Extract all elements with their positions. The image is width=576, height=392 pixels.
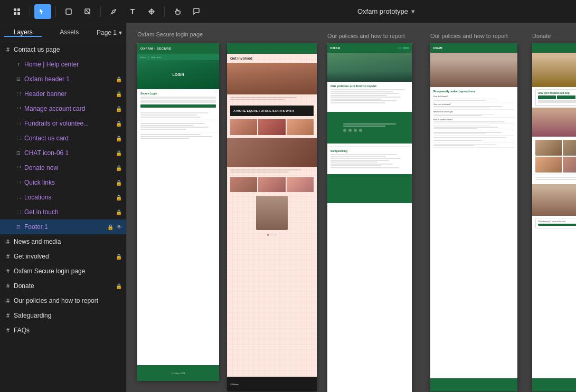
gi-image-1 [227,63,317,94]
layer-safeguarding[interactable]: # Safeguarding [0,308,126,323]
secure-hero: LOGIN [137,60,219,89]
layer-chat-icon[interactable]: ⊡ CHAT icon-06 1 🔒 [0,146,126,160]
page-selector[interactable]: Page 1 ▾ [97,29,122,36]
lock-icon-get-in-touch: 🔒 [116,209,122,215]
don-progress [538,224,576,226]
faq-item-3: Where does money go? [433,110,514,118]
dot-icon-donate-now: ⋮⋮ [15,164,22,171]
dot-icon-manage: ⋮⋮ [15,105,22,112]
component-tool-button[interactable] [143,4,160,19]
layer-news-and-media[interactable]: # News and media [0,234,126,249]
layer-label-home-help: Home | Help center [24,61,122,68]
frame-label-faqs: Our policies and how to report [430,33,508,39]
layer-contact-us-page[interactable]: # Contact us page [0,42,126,57]
layer-home-help[interactable]: T Home | Help center [0,57,126,72]
tab-layers[interactable]: Layers [4,28,42,37]
svg-rect-2 [14,12,16,15]
faq-header: OXFAM [430,43,517,53]
frame-get-involved[interactable]: Get involved A MORE EQUAL FUTURE STARTS … [227,43,317,391]
faq-q2: How can I volunteer? [433,103,514,106]
gi-content-1 [227,94,317,104]
layer-contact-us-card[interactable]: ⋮⋮ Contact us card 🔒 [0,131,126,146]
secure-logo: OXFAM - SECURE [140,47,172,50]
secure-title: Secure Login [140,92,216,95]
layer-donate[interactable]: # Donate 🔒 [0,279,126,293]
secure-links-section [137,110,219,121]
policies-label: Our policies and how to report [327,33,405,39]
gi-grid-3 [287,119,314,135]
frame-oxfam-secure[interactable]: OXFAM - SECURE Home | Help center LOGIN [137,43,219,381]
faq-item-8 [433,142,514,148]
comment-tool-button[interactable] [188,4,205,19]
don-hero-img [532,53,576,87]
frame-icon-footer: ⊡ [15,223,22,231]
layer-faqs[interactable]: # FAQs [0,323,126,338]
gi-image-grid-2 [227,176,317,194]
secure-submit-btn [140,104,216,108]
don-grid-1 [535,140,562,156]
layer-fundrails[interactable]: ⋮⋮ Fundrails or voluntee... 🔒 [0,116,126,131]
faq-item-2: How can I volunteer? [433,102,514,110]
project-title: Oxfam prototype [357,7,408,15]
gi-portrait [256,196,288,230]
hash-icon-policies: # [4,297,12,304]
canvas-area[interactable]: Oxfam Secure login page OXFAM - SECURE H… [127,23,576,392]
don-appeal [532,174,576,183]
tools-menu-button[interactable] [8,4,25,19]
tab-assets[interactable]: Assets [50,28,88,37]
layer-donate-now[interactable]: ⋮⋮ Donate now 🔒 [0,160,126,175]
layer-label-contact-card: Contact us card [24,135,114,142]
don-stat-card: 70% of every £1 spent in the field [535,218,576,228]
layer-label-donate: Donate [14,282,114,290]
layer-manage-account-card[interactable]: ⋮⋮ Manage account card 🔒 [0,101,126,116]
layer-oxfam-secure[interactable]: # Oxfam Secure login page [0,264,126,279]
pol-social-icons [343,129,396,132]
layer-get-in-touch[interactable]: ⋮⋮ Get in touch 🔒 [0,205,126,219]
title-dropdown-icon[interactable]: ▾ [411,7,415,15]
layer-quick-links[interactable]: ⋮⋮ Quick links 🔒 [0,175,126,190]
gi-image-2 [227,138,317,167]
layer-header-banner[interactable]: ⋮⋮ Header banner 🔒 [0,87,126,101]
frame-icon-header: ⊡ [15,75,22,83]
lock-icon-quick-links: 🔒 [116,180,122,186]
gi-pagination [227,232,317,237]
pol-title: Our policies and how to report [331,84,409,88]
frame-donate[interactable]: How your donation will help [532,43,576,391]
eye-icon-footer[interactable]: 👁 [117,224,122,230]
secure-nav-sep: | [148,56,149,59]
layer-locations[interactable]: ⋮⋮ Locations 🔒 [0,190,126,205]
pen-tool-button[interactable] [105,4,122,19]
layer-get-involved[interactable]: # Get involved 🔒 [0,249,126,264]
secure-input-1 [140,97,216,99]
pol-hero [327,53,412,82]
gi-grid-4 [230,177,257,192]
layer-label-manage-account: Manage account card [24,105,114,112]
gi-content-2 [227,167,317,176]
lock-icon-manage: 🔒 [116,106,122,112]
shape-tool-button[interactable] [79,4,96,19]
layer-our-policies[interactable]: # Our policies and how to report [0,293,126,308]
text-tool-button[interactable]: T [124,4,141,19]
frame-faqs[interactable]: OXFAM Frequently asked questions How do … [430,43,517,391]
frame-our-policies[interactable]: OXFAM Our policies and how [327,43,412,392]
faq-item-6 [433,130,514,136]
hand-tool-button[interactable] [169,4,186,19]
svg-rect-3 [17,12,20,15]
gi-grid-2 [258,119,285,135]
svg-rect-4 [66,9,71,14]
layer-footer-1[interactable]: ⊡ Footer 1 🔒 👁 [0,219,126,234]
layer-label-contact-us-page: Contact us page [14,46,122,53]
pol-footer-2 [327,174,412,203]
don-img-3 [532,184,576,216]
don-stat-text: 70% of every £1 spent in the field [538,221,576,223]
frame-tool-button[interactable] [60,4,77,19]
svg-rect-0 [14,8,16,11]
secure-block-2 [137,121,219,132]
lock-icon-contact-card: 🔒 [116,136,122,141]
layer-oxfam-header-1[interactable]: ⊡ Oxfam header 1 🔒 [0,72,126,87]
gi-grid-1 [230,119,257,135]
hash-icon-contact: # [4,46,12,53]
move-tool-button[interactable] [34,4,51,19]
layer-label-get-involved: Get involved [14,253,114,260]
layers-list: # Contact us page T Home | Help center ⊡… [0,42,126,392]
